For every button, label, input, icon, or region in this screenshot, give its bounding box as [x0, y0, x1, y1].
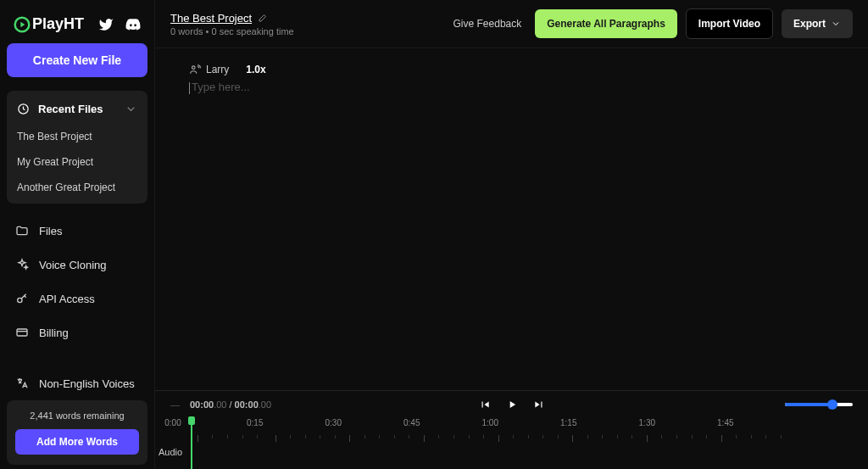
nav-label: Voice Cloning [39, 259, 107, 271]
twitter-icon[interactable] [98, 17, 114, 32]
chevron-down-icon [831, 19, 841, 29]
recent-files-header[interactable]: Recent Files [7, 99, 147, 124]
timeline-track[interactable]: Audio [155, 435, 868, 469]
import-video-button[interactable]: Import Video [686, 8, 773, 39]
key-icon [15, 292, 29, 305]
sidebar-item-billing[interactable]: Billing [7, 315, 147, 349]
sidebar-item-api[interactable]: API Access [7, 282, 147, 315]
topbar: The Best Project 0 words • 0 sec speakin… [155, 0, 868, 48]
svg-point-2 [18, 298, 22, 302]
clock-icon [17, 103, 30, 115]
svg-point-4 [192, 66, 196, 70]
speed-control[interactable]: 1.0x [246, 64, 265, 75]
edit-icon[interactable] [257, 14, 267, 24]
recent-file-item[interactable]: The Best Project [7, 124, 147, 149]
timeline: — 00:00.00 / 00:00.00 0:00 0:15 0:30 0:4… [155, 390, 868, 469]
svg-rect-3 [17, 329, 27, 336]
project-title[interactable]: The Best Project [170, 12, 267, 25]
recent-file-item[interactable]: Another Great Project [7, 175, 147, 200]
give-feedback-link[interactable]: Give Feedback [453, 18, 522, 30]
timeline-time-display: — 00:00.00 / 00:00.00 [170, 399, 271, 410]
play-logo-icon [14, 16, 31, 33]
nav-label: Files [39, 225, 62, 237]
recent-files-section: Recent Files The Best Project My Great P… [7, 91, 147, 204]
export-button[interactable]: Export [782, 9, 853, 38]
card-icon [15, 326, 29, 339]
voice-selector[interactable]: Larry [189, 64, 229, 75]
play-icon[interactable] [506, 399, 518, 410]
recent-file-item[interactable]: My Great Project [7, 149, 147, 175]
chevron-down-icon [125, 103, 137, 115]
create-new-file-button[interactable]: Create New File [7, 43, 147, 77]
skip-prev-icon[interactable] [479, 399, 491, 410]
sidebar-item-voice-cloning[interactable]: Voice Cloning [7, 248, 147, 282]
brand-name: PlayHT [32, 15, 84, 33]
quota-remaining: 2,441 words remaining [15, 410, 139, 421]
sidebar-item-non-english[interactable]: Non-English Voices [7, 366, 147, 400]
nav-label: Billing [39, 327, 69, 339]
quota-box: 2,441 words remaining Add More Words [7, 400, 147, 465]
sparkle-icon [15, 258, 29, 271]
translate-icon [15, 377, 29, 390]
nav-label: Non-English Voices [39, 377, 135, 390]
recent-files-label: Recent Files [38, 103, 103, 115]
text-input[interactable]: Type here... [189, 81, 834, 94]
voice-name: Larry [206, 64, 229, 75]
voice-icon [189, 64, 201, 75]
discord-icon[interactable] [125, 17, 141, 32]
generate-all-button[interactable]: Generate All Paragraphs [535, 9, 677, 38]
timeline-ruler[interactable]: 0:00 0:15 0:30 0:45 1:00 1:15 1:30 1:45 [155, 418, 868, 435]
add-more-words-button[interactable]: Add More Words [15, 429, 139, 455]
editor-area: Larry 1.0x Type here... [155, 48, 868, 390]
volume-slider[interactable] [785, 403, 853, 406]
nav-label: API Access [39, 293, 95, 305]
sidebar-item-files[interactable]: Files [7, 214, 147, 248]
project-subtitle: 0 words • 0 sec speaking time [170, 26, 443, 36]
logo[interactable]: PlayHT [14, 15, 84, 33]
folder-icon [15, 224, 29, 237]
playhead[interactable] [191, 418, 192, 469]
skip-next-icon[interactable] [533, 399, 545, 410]
